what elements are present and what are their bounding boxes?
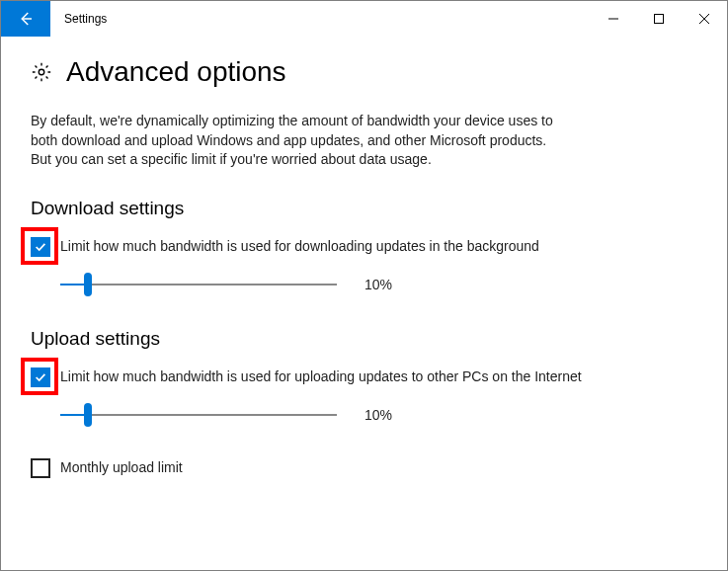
upload-slider-row: 10%	[31, 403, 697, 427]
titlebar: Settings	[1, 1, 727, 37]
download-limit-checkbox[interactable]	[31, 237, 50, 257]
slider-thumb	[84, 273, 92, 296]
download-limit-label: Limit how much bandwidth is used for dow…	[60, 237, 539, 257]
slider-track	[60, 414, 337, 416]
back-button[interactable]	[1, 1, 50, 37]
checkmark-icon	[34, 370, 47, 384]
monthly-limit-row: Monthly upload limit	[31, 458, 697, 478]
close-button[interactable]	[682, 1, 727, 37]
maximize-button[interactable]	[636, 1, 682, 37]
monthly-limit-label: Monthly upload limit	[60, 458, 183, 478]
arrow-left-icon	[17, 10, 35, 28]
slider-thumb	[84, 403, 92, 427]
intro-text: By default, we're dynamically optimizing…	[31, 112, 564, 170]
page-title: Advanced options	[66, 56, 286, 88]
upload-limit-row: Limit how much bandwidth is used for upl…	[31, 367, 697, 387]
maximize-icon	[654, 14, 664, 24]
upload-section-title: Upload settings	[31, 328, 697, 350]
download-bandwidth-slider[interactable]	[60, 273, 337, 296]
close-icon	[699, 14, 709, 24]
content-area: Advanced options By default, we're dynam…	[1, 37, 727, 494]
download-section: Download settings Limit how much bandwid…	[31, 198, 697, 296]
svg-rect-0	[655, 15, 664, 24]
minimize-icon	[608, 14, 618, 24]
window-title: Settings	[50, 1, 591, 37]
download-limit-row: Limit how much bandwidth is used for dow…	[31, 237, 697, 257]
slider-track	[60, 284, 337, 286]
window-controls	[591, 1, 727, 37]
upload-limit-label: Limit how much bandwidth is used for upl…	[60, 367, 582, 387]
checkmark-icon	[34, 240, 47, 254]
upload-bandwidth-slider[interactable]	[60, 403, 337, 427]
download-slider-value: 10%	[364, 277, 392, 292]
gear-icon	[31, 61, 52, 83]
download-section-title: Download settings	[31, 198, 697, 219]
upload-slider-value: 10%	[364, 407, 392, 423]
upload-section: Upload settings Limit how much bandwidth…	[31, 328, 697, 478]
page-heading-row: Advanced options	[31, 56, 697, 88]
upload-limit-checkbox[interactable]	[31, 367, 50, 387]
settings-window: Settings Advanced options By default, we…	[0, 0, 728, 571]
minimize-button[interactable]	[591, 1, 636, 37]
download-slider-row: 10%	[31, 273, 697, 296]
svg-point-1	[39, 69, 44, 75]
monthly-limit-checkbox[interactable]	[31, 458, 50, 478]
